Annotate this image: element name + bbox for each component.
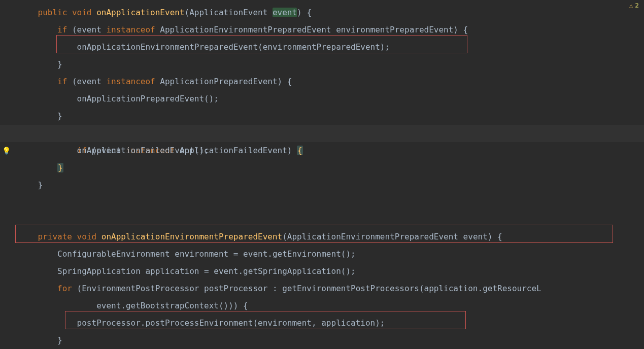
method-name: onApplicationEnvironmentPreparedEvent <box>101 232 282 241</box>
code-line[interactable]: event.getBootstrapContext())) { <box>0 297 644 315</box>
code-line[interactable]: postProcessor.postProcessEnvironment(env… <box>0 315 644 332</box>
code-line[interactable]: SpringApplication application = event.ge… <box>0 263 644 280</box>
keyword: void <box>72 8 92 17</box>
code-line[interactable]: } <box>0 159 644 177</box>
code-line[interactable]: private void onApplicationEnvironmentPre… <box>0 228 644 246</box>
punct: ( <box>185 8 190 17</box>
code-line[interactable]: onApplicationEnvironmentPreparedEvent(en… <box>0 39 644 56</box>
text: ApplicationEnvironmentPreparedEvent envi… <box>155 25 468 34</box>
code-line[interactable]: ConfigurableEnvironment environment = ev… <box>0 246 644 263</box>
keyword: instanceof <box>106 25 155 34</box>
text: ApplicationPreparedEvent) { <box>155 77 292 86</box>
code-line[interactable] <box>0 194 644 211</box>
code-line[interactable]: } <box>0 108 644 125</box>
code-line[interactable]: if (event instanceof ApplicationPrepared… <box>0 73 644 90</box>
keyword: private <box>38 232 72 241</box>
brace: } <box>38 180 43 190</box>
text: postProcessor.postProcessEnvironment(env… <box>77 318 385 328</box>
call: onApplicationFailedEvent(); <box>77 146 209 155</box>
code-line[interactable]: onApplicationFailedEvent(); <box>0 142 644 159</box>
keyword: if <box>57 25 67 34</box>
call: onApplicationEnvironmentPreparedEvent(en… <box>77 42 390 52</box>
punct: ) { <box>297 8 312 17</box>
text: ConfigurableEnvironment environment = ev… <box>57 249 356 259</box>
brace: } <box>57 335 62 345</box>
code-line[interactable]: onApplicationPreparedEvent(); <box>0 90 644 108</box>
code-line[interactable]: } <box>0 332 644 349</box>
method-name: onApplicationEvent <box>96 8 184 17</box>
keyword: void <box>77 232 97 241</box>
text: (EnvironmentPostProcessor postProcessor … <box>72 284 541 293</box>
brace: } <box>57 59 62 69</box>
keyword: for <box>57 284 72 293</box>
code-line-caret[interactable]: 💡 if (event instanceof ApplicationFailed… <box>0 125 644 142</box>
keyword: public <box>38 8 67 17</box>
code-editor[interactable]: ⚠ 2 public void onApplicationEvent(Appli… <box>0 0 644 349</box>
brace: } <box>57 111 62 121</box>
keyword: if <box>57 77 67 86</box>
code-line[interactable] <box>0 211 644 228</box>
code-line[interactable]: if (event instanceof ApplicationEnvironm… <box>0 21 644 39</box>
type: ApplicationEvent <box>189 8 273 17</box>
code-line[interactable]: for (EnvironmentPostProcessor postProces… <box>0 280 644 297</box>
text: (event <box>67 25 106 34</box>
param-highlight: event <box>273 8 297 17</box>
code-line[interactable]: public void onApplicationEvent(Applicati… <box>0 4 644 21</box>
text: (event <box>67 77 106 86</box>
brace-match: } <box>57 163 63 172</box>
code-line[interactable]: } <box>0 177 644 194</box>
keyword: instanceof <box>106 77 155 86</box>
text: event.getBootstrapContext())) { <box>96 301 248 310</box>
text: (ApplicationEnvironmentPreparedEvent eve… <box>282 232 502 241</box>
text: SpringApplication application = event.ge… <box>57 266 356 276</box>
call: onApplicationPreparedEvent(); <box>77 94 219 103</box>
code-line[interactable]: } <box>0 56 644 73</box>
